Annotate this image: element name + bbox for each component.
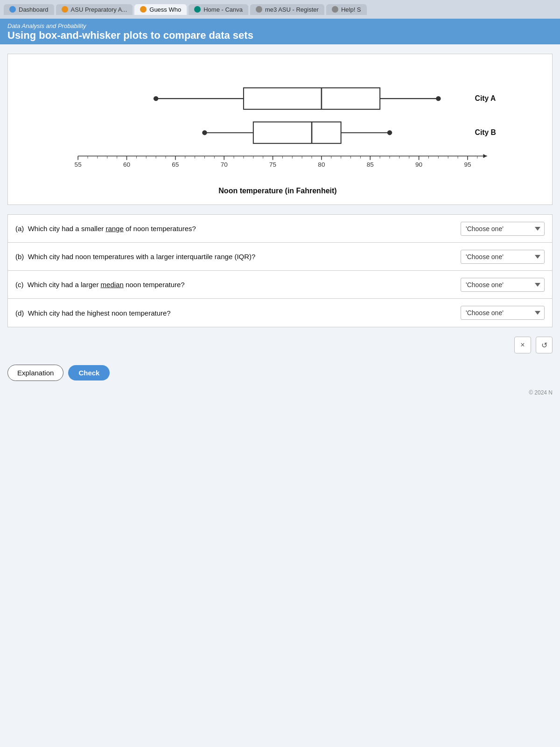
bottom-bar: Explanation Check <box>0 358 560 388</box>
svg-rect-31 <box>253 122 341 143</box>
tab-guesswho[interactable]: Guess Who <box>134 4 187 15</box>
question-text-a: (a) Which city had a smaller range of no… <box>15 224 461 233</box>
undo-button[interactable]: ↺ <box>536 337 553 353</box>
help-icon <box>332 6 338 13</box>
undo-icon: ↺ <box>541 341 547 350</box>
svg-text:70: 70 <box>221 161 228 168</box>
tab-canva-label: Home - Canva <box>203 6 243 13</box>
dashboard-icon <box>9 6 16 13</box>
question-text-b: (b) Which city had noon temperatures wit… <box>15 252 461 261</box>
register-icon <box>256 6 262 13</box>
svg-text:60: 60 <box>123 161 130 168</box>
clear-icon: × <box>520 341 525 349</box>
tab-help-label: Help! S <box>341 6 361 13</box>
svg-text:80: 80 <box>318 161 325 168</box>
svg-text:65: 65 <box>172 161 179 168</box>
svg-text:85: 85 <box>367 161 374 168</box>
tab-dashboard[interactable]: Dashboard <box>4 4 54 15</box>
chart-container: 55 60 65 70 75 80 85 90 95 <box>7 54 553 205</box>
answer-select-c[interactable]: 'Choose one' City A City B <box>461 278 545 292</box>
svg-point-22 <box>154 96 158 101</box>
tab-canva[interactable]: Home - Canva <box>189 4 248 15</box>
question-b-text: (b) Which city had noon temperatures wit… <box>15 253 255 261</box>
svg-text:55: 55 <box>75 161 82 168</box>
svg-text:90: 90 <box>415 161 422 168</box>
svg-text:City A: City A <box>475 94 496 102</box>
copyright: © 2024 N <box>0 388 560 398</box>
svg-point-23 <box>436 96 441 101</box>
guesswho-icon <box>140 6 147 13</box>
svg-marker-1 <box>483 154 487 158</box>
question-row-a: (a) Which city had a smaller range of no… <box>8 215 552 243</box>
question-c-text: (c) Which city had a larger median noon … <box>15 281 185 289</box>
answer-select-a[interactable]: 'Choose one' City A City B <box>461 222 545 236</box>
tab-dashboard-label: Dashboard <box>19 6 49 13</box>
svg-rect-24 <box>244 88 380 109</box>
answer-select-d[interactable]: 'Choose one' City A City B <box>461 306 545 320</box>
explanation-button[interactable]: Explanation <box>7 365 63 381</box>
svg-text:City B: City B <box>475 128 496 136</box>
tab-help[interactable]: Help! S <box>326 4 367 15</box>
tab-asu-label: ASU Preparatory A... <box>71 6 127 13</box>
chart-area: 55 60 65 70 75 80 85 90 95 <box>17 63 538 185</box>
question-text-c: (c) Which city had a larger median noon … <box>15 280 461 289</box>
x-axis-label: Noon temperature (in Fahrenheit) <box>17 187 538 195</box>
tab-guesswho-label: Guess Who <box>149 6 181 13</box>
page-header: Data Analysis and Probability Using box-… <box>0 19 560 44</box>
answer-select-b[interactable]: 'Choose one' City A City B <box>461 250 545 264</box>
question-a-part1: (a) Which city had a smaller range of no… <box>15 225 196 233</box>
tab-register[interactable]: me3 ASU - Register <box>250 4 324 15</box>
question-d-text: (d) Which city had the highest noon temp… <box>15 309 171 317</box>
canva-icon <box>194 6 201 13</box>
asu-icon <box>62 6 68 13</box>
svg-point-29 <box>202 130 207 135</box>
question-text-d: (d) Which city had the highest noon temp… <box>15 308 461 318</box>
questions-container: (a) Which city had a smaller range of no… <box>7 214 553 327</box>
check-button[interactable]: Check <box>68 365 110 381</box>
svg-point-30 <box>387 130 392 135</box>
action-row: × ↺ <box>0 332 560 358</box>
clear-button[interactable]: × <box>514 337 531 353</box>
tab-register-label: me3 ASU - Register <box>265 6 319 13</box>
page-title: Using box-and-whisker plots to compare d… <box>7 29 553 42</box>
page-subtitle: Data Analysis and Probability <box>7 22 553 29</box>
question-row-d: (d) Which city had the highest noon temp… <box>8 299 552 327</box>
svg-text:95: 95 <box>464 161 471 168</box>
tab-asu[interactable]: ASU Preparatory A... <box>56 4 133 15</box>
question-row-c: (c) Which city had a larger median noon … <box>8 271 552 299</box>
svg-text:75: 75 <box>269 161 276 168</box>
question-row-b: (b) Which city had noon temperatures wit… <box>8 243 552 271</box>
tab-bar: Dashboard ASU Preparatory A... Guess Who… <box>0 0 560 19</box>
box-plot-svg: 55 60 65 70 75 80 85 90 95 <box>17 63 538 176</box>
main-content: Data Analysis and Probability Using box-… <box>0 19 560 747</box>
